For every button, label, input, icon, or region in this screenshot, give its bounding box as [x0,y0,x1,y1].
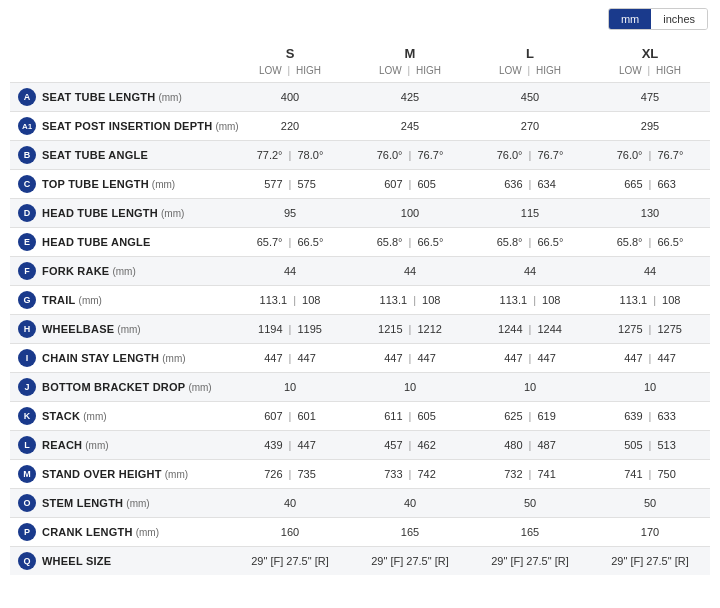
row-badge: I [18,349,36,367]
table-row: KSTACK (mm)607 | 601611 | 605625 | 61963… [10,402,710,431]
row-label-cell: LREACH (mm) [10,431,230,459]
table-row: ICHAIN STAY LENGTH (mm)447 | 447447 | 44… [10,344,710,373]
row-name: CRANK LENGTH (mm) [42,526,159,538]
row-l-value: 732 | 741 [470,460,590,489]
row-badge: O [18,494,36,512]
row-label-cell: JBOTTOM BRACKET DROP (mm) [10,373,230,401]
row-s-value: 577 | 575 [230,170,350,199]
inches-button[interactable]: inches [651,9,707,29]
row-m-value: 611 | 605 [350,402,470,431]
row-label-cell: EHEAD TUBE ANGLE [10,228,230,256]
row-xl-value: 65.8° | 66.5° [590,228,710,257]
table-row: EHEAD TUBE ANGLE65.7° | 66.5°65.8° | 66.… [10,228,710,257]
row-xl-value: 639 | 633 [590,402,710,431]
row-l-value: 480 | 487 [470,431,590,460]
row-s-value: 726 | 735 [230,460,350,489]
row-s-value: 44 [230,257,350,286]
row-label-cell: A1SEAT POST INSERTION DEPTH (mm) [10,112,230,140]
row-badge: H [18,320,36,338]
row-label-cell: FFORK RAKE (mm) [10,257,230,285]
row-name: TRAIL (mm) [42,294,102,306]
row-l-value: 270 [470,112,590,141]
row-l-value: 44 [470,257,590,286]
row-xl-value: 1275 | 1275 [590,315,710,344]
row-xl-value: 505 | 513 [590,431,710,460]
row-label-cell: ASEAT TUBE LENGTH (mm) [10,83,230,111]
row-s-value: 400 [230,83,350,112]
size-l-header: L [470,38,590,63]
row-badge: Q [18,552,36,570]
size-m-header: M [350,38,470,63]
row-name: SEAT TUBE ANGLE [42,149,148,161]
row-m-value: 733 | 742 [350,460,470,489]
row-m-value: 100 [350,199,470,228]
table-row: QWHEEL SIZE29" [F] 27.5" [R]29" [F] 27.5… [10,547,710,576]
row-xl-value: 44 [590,257,710,286]
table-container: S M L XL LOW | HIGH LOW | HIGH LOW | HIG… [0,38,720,585]
row-name: HEAD TUBE ANGLE [42,236,151,248]
row-xl-value: 10 [590,373,710,402]
row-badge: F [18,262,36,280]
row-badge: M [18,465,36,483]
row-m-value: 245 [350,112,470,141]
row-xl-value: 170 [590,518,710,547]
row-s-value: 65.7° | 66.5° [230,228,350,257]
table-row: A1SEAT POST INSERTION DEPTH (mm)22024527… [10,112,710,141]
row-name: WHEELBASE (mm) [42,323,141,335]
row-l-value: 625 | 619 [470,402,590,431]
row-badge: E [18,233,36,251]
row-xl-value: 741 | 750 [590,460,710,489]
row-m-value: 113.1 | 108 [350,286,470,315]
row-l-value: 447 | 447 [470,344,590,373]
row-l-value: 50 [470,489,590,518]
size-s-header: S [230,38,350,63]
table-row: ASEAT TUBE LENGTH (mm)400425450475 [10,83,710,112]
row-s-value: 1194 | 1195 [230,315,350,344]
row-xl-value: 50 [590,489,710,518]
table-row: GTRAIL (mm)113.1 | 108113.1 | 108113.1 |… [10,286,710,315]
row-name: FORK RAKE (mm) [42,265,136,277]
row-xl-value: 130 [590,199,710,228]
row-m-value: 1215 | 1212 [350,315,470,344]
row-badge: C [18,175,36,193]
row-badge: D [18,204,36,222]
row-l-value: 113.1 | 108 [470,286,590,315]
row-label-cell: BSEAT TUBE ANGLE [10,141,230,169]
row-l-value: 10 [470,373,590,402]
row-label-cell: QWHEEL SIZE [10,547,230,575]
unit-toggle: mm inches [608,8,708,30]
row-name: TOP TUBE LENGTH (mm) [42,178,175,190]
row-name: BOTTOM BRACKET DROP (mm) [42,381,212,393]
row-s-value: 447 | 447 [230,344,350,373]
table-row: CTOP TUBE LENGTH (mm)577 | 575607 | 6056… [10,170,710,199]
row-s-value: 160 [230,518,350,547]
row-s-value: 113.1 | 108 [230,286,350,315]
row-m-value: 65.8° | 66.5° [350,228,470,257]
table-row: DHEAD TUBE LENGTH (mm)95100115130 [10,199,710,228]
row-label-cell: ICHAIN STAY LENGTH (mm) [10,344,230,372]
row-m-value: 165 [350,518,470,547]
row-xl-value: 76.0° | 76.7° [590,141,710,170]
row-name: CHAIN STAY LENGTH (mm) [42,352,186,364]
table-row: LREACH (mm)439 | 447457 | 462480 | 48750… [10,431,710,460]
row-label-cell: HWHEELBASE (mm) [10,315,230,343]
row-badge: G [18,291,36,309]
m-lowhigh: LOW | HIGH [350,63,470,83]
row-name: STACK (mm) [42,410,107,422]
row-m-value: 76.0° | 76.7° [350,141,470,170]
row-m-value: 29" [F] 27.5" [R] [350,547,470,576]
row-name: REACH (mm) [42,439,109,451]
row-s-value: 95 [230,199,350,228]
row-l-value: 65.8° | 66.5° [470,228,590,257]
row-name: SEAT TUBE LENGTH (mm) [42,91,182,103]
row-xl-value: 29" [F] 27.5" [R] [590,547,710,576]
row-name: HEAD TUBE LENGTH (mm) [42,207,184,219]
row-m-value: 10 [350,373,470,402]
row-s-value: 220 [230,112,350,141]
row-badge: A [18,88,36,106]
row-l-value: 76.0° | 76.7° [470,141,590,170]
mm-button[interactable]: mm [609,9,651,29]
row-s-value: 10 [230,373,350,402]
table-row: BSEAT TUBE ANGLE77.2° | 78.0°76.0° | 76.… [10,141,710,170]
lowhigh-empty [10,63,230,83]
